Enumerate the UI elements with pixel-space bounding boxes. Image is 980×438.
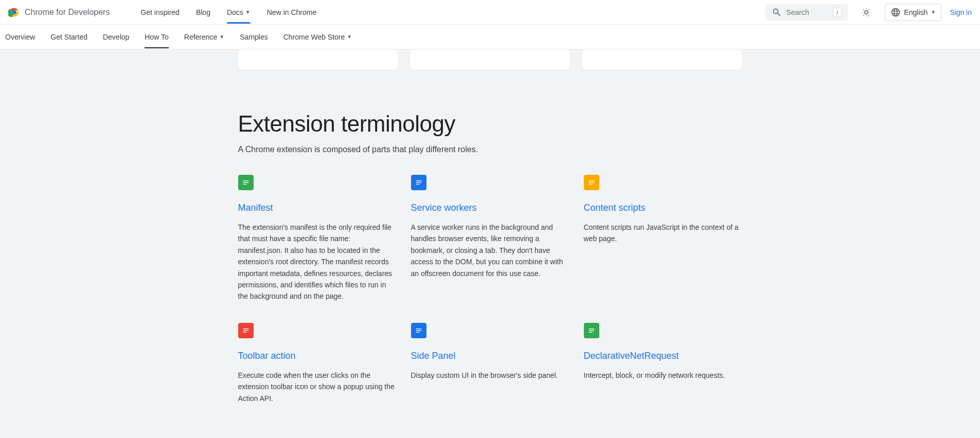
- placeholder-card: [410, 49, 570, 70]
- search-box[interactable]: /: [765, 4, 848, 21]
- term-description: Content scripts run JavaScript in the co…: [584, 222, 742, 245]
- main-content: Extension terminology A Chrome extension…: [228, 49, 753, 404]
- placeholder-card: [238, 49, 398, 70]
- term-title-link[interactable]: Content scripts: [584, 203, 742, 213]
- term-card-toolbar-action: Toolbar actionExecute code when the user…: [238, 323, 397, 404]
- placeholder-card: [582, 49, 742, 70]
- svg-rect-18: [589, 328, 594, 329]
- signin-link[interactable]: Sign in: [950, 8, 972, 16]
- section-title: Extension terminology: [238, 111, 742, 137]
- language-selector[interactable]: English ▼: [885, 4, 941, 21]
- svg-rect-6: [416, 180, 421, 181]
- top-nav: Get inspiredBlogDocs▼New in Chrome: [140, 1, 316, 24]
- dropdown-arrow-icon: ▼: [347, 34, 352, 40]
- term-title-link[interactable]: Side Panel: [411, 351, 569, 361]
- svg-rect-17: [416, 332, 419, 332]
- svg-rect-5: [243, 184, 246, 185]
- section-subtitle: A Chrome extension is composed of parts …: [238, 145, 742, 154]
- svg-rect-20: [589, 332, 592, 332]
- search-shortcut: /: [833, 8, 842, 17]
- top-nav-item-docs[interactable]: Docs▼: [227, 1, 251, 24]
- header-right: / English ▼ Sign in: [765, 4, 972, 21]
- term-title-link[interactable]: Manifest: [238, 203, 397, 213]
- top-nav-item-new-in-chrome[interactable]: New in Chrome: [267, 1, 316, 24]
- term-title-link[interactable]: Service workers: [411, 203, 569, 213]
- document-icon: [238, 323, 254, 338]
- sub-nav-item-how-to[interactable]: How To: [145, 26, 168, 48]
- svg-rect-3: [243, 180, 248, 181]
- chrome-logo-icon: [8, 6, 21, 19]
- top-header: Chrome for Developers Get inspiredBlogDo…: [0, 0, 980, 25]
- dropdown-arrow-icon: ▼: [219, 34, 224, 40]
- nav-label: Docs: [227, 8, 243, 16]
- document-icon: [411, 175, 426, 190]
- sub-nav-item-reference[interactable]: Reference▼: [184, 26, 225, 48]
- subnav-label: How To: [145, 33, 168, 41]
- term-card-service-workers: Service workersA service worker runs in …: [411, 175, 569, 302]
- theme-toggle[interactable]: [856, 4, 877, 21]
- svg-rect-15: [416, 328, 421, 329]
- subnav-label: Samples: [240, 33, 268, 41]
- sun-icon: [861, 7, 871, 17]
- document-icon: [411, 323, 426, 338]
- sub-nav-item-overview[interactable]: Overview: [5, 26, 35, 48]
- top-nav-item-get-inspired[interactable]: Get inspired: [140, 1, 179, 24]
- top-nav-item-blog[interactable]: Blog: [196, 1, 210, 24]
- svg-rect-4: [243, 182, 248, 182]
- subnav-label: Chrome Web Store: [283, 33, 345, 41]
- subnav-label: Develop: [103, 33, 129, 41]
- svg-rect-9: [589, 180, 594, 181]
- terminology-grid: ManifestThe extension's manifest is the …: [238, 175, 742, 404]
- term-description: Intercept, block, or modify network requ…: [584, 370, 742, 381]
- term-description: A service worker runs in the background …: [411, 222, 569, 279]
- placeholder-cards-row: [238, 49, 742, 70]
- search-icon: [772, 7, 782, 17]
- term-card-content-scripts: Content scriptsContent scripts run JavaS…: [584, 175, 742, 302]
- sub-nav-item-develop[interactable]: Develop: [103, 26, 129, 48]
- dropdown-arrow-icon: ▼: [245, 9, 251, 15]
- term-title-link[interactable]: Toolbar action: [238, 351, 397, 361]
- search-input[interactable]: [786, 8, 833, 16]
- subnav-label: Overview: [5, 33, 35, 41]
- logo-section[interactable]: Chrome for Developers: [8, 6, 110, 19]
- term-description: Execute code when the user clicks on the…: [238, 370, 397, 404]
- sub-header: OverviewGet StartedDevelopHow ToReferenc…: [0, 25, 980, 49]
- document-icon: [584, 323, 599, 338]
- term-card-side-panel: Side PanelDisplay custom UI in the brows…: [411, 323, 569, 404]
- svg-rect-8: [416, 184, 419, 185]
- dropdown-arrow-icon: ▼: [931, 9, 936, 15]
- term-card-declarativenetrequest: DeclarativeNetRequestIntercept, block, o…: [584, 323, 742, 404]
- sub-nav-item-chrome-web-store[interactable]: Chrome Web Store▼: [283, 26, 352, 48]
- nav-label: New in Chrome: [267, 8, 316, 16]
- subnav-label: Get Started: [50, 33, 87, 41]
- sub-nav-item-get-started[interactable]: Get Started: [50, 26, 87, 48]
- site-title: Chrome for Developers: [25, 8, 110, 17]
- term-card-manifest: ManifestThe extension's manifest is the …: [238, 175, 397, 302]
- globe-icon: [890, 7, 901, 17]
- svg-rect-11: [589, 184, 592, 185]
- svg-rect-19: [589, 330, 594, 331]
- nav-label: Blog: [196, 8, 210, 16]
- svg-rect-16: [416, 330, 421, 331]
- svg-rect-7: [416, 182, 421, 182]
- document-icon: [238, 175, 254, 190]
- sub-nav-item-samples[interactable]: Samples: [240, 26, 268, 48]
- term-description: The extension's manifest is the only req…: [238, 222, 397, 302]
- subnav-label: Reference: [184, 33, 218, 41]
- term-title-link[interactable]: DeclarativeNetRequest: [584, 351, 742, 361]
- nav-label: Get inspired: [140, 8, 179, 16]
- svg-rect-10: [589, 182, 594, 182]
- svg-rect-12: [243, 328, 248, 329]
- language-label: English: [904, 8, 928, 16]
- svg-rect-13: [243, 330, 248, 331]
- term-description: Display custom UI in the browser's side …: [411, 370, 569, 381]
- svg-rect-14: [243, 332, 246, 332]
- document-icon: [584, 175, 599, 190]
